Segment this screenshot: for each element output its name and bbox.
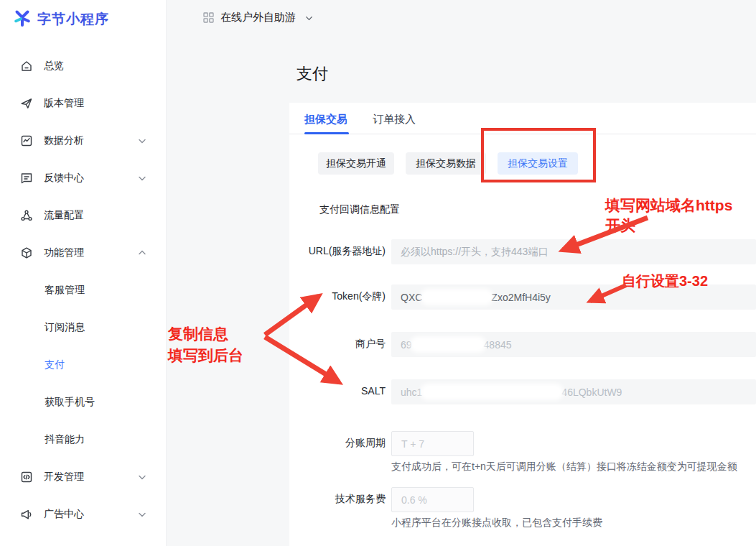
bytedance-miniprogram-logo-icon bbox=[13, 9, 32, 30]
merchant-id-input[interactable]: 69 48845 bbox=[391, 332, 756, 357]
share-nodes-icon bbox=[20, 209, 33, 222]
sidebar-item-label: 功能管理 bbox=[44, 246, 84, 259]
redaction-blur bbox=[420, 384, 564, 400]
annotation-token-note: 自行设置3-32 bbox=[622, 271, 708, 291]
salt-value-end: 46LQbkUtW9 bbox=[561, 387, 622, 398]
service-fee-input[interactable]: 0.6 % bbox=[391, 487, 474, 512]
sidebar-item-version[interactable]: 版本管理 bbox=[0, 85, 167, 122]
annotation-url-note-line1: 填写网站域名https bbox=[605, 195, 732, 216]
sidebar-item-subscribe-message[interactable]: 订阅消息 bbox=[0, 309, 167, 346]
merchant-id-value-end: 48845 bbox=[484, 339, 512, 351]
token-field-label: Token(令牌) bbox=[332, 290, 386, 303]
token-value-end: Zxo2MfH4i5y bbox=[491, 292, 550, 303]
chevron-down-icon bbox=[304, 13, 314, 22]
code-icon bbox=[20, 471, 33, 483]
brand-name: 字节小程序 bbox=[37, 10, 109, 29]
sidebar-item-label: 反馈中心 bbox=[44, 172, 84, 185]
payment-settings-page: 字节小程序 总览 版本管理 数据分析 bbox=[0, 0, 756, 546]
comment-icon bbox=[20, 172, 33, 185]
merchant-id-field-label: 商户号 bbox=[355, 338, 386, 351]
sidebar-item-douyin-capability[interactable]: 抖音能力 bbox=[0, 421, 167, 458]
service-fee-label: 技术服务费 bbox=[335, 493, 386, 506]
page-title: 支付 bbox=[297, 63, 328, 85]
annotation-copy-note: 复制信息 填写到后台 bbox=[168, 323, 243, 366]
annotation-copy-note-line1: 复制信息 bbox=[168, 323, 243, 345]
sidebar-item-label: 订阅消息 bbox=[45, 321, 85, 334]
salt-input[interactable]: uhc1 46LQbkUtW9 bbox=[391, 379, 756, 404]
paper-plane-icon bbox=[20, 97, 33, 110]
annotation-url-note: 填写网站域名https 开头 bbox=[605, 195, 732, 236]
sidebar-item-payment[interactable]: 支付 bbox=[0, 346, 167, 384]
sidebar-item-get-phone-number[interactable]: 获取手机号 bbox=[0, 384, 167, 421]
sidebar-item-development[interactable]: 开发管理 bbox=[0, 458, 167, 496]
chevron-down-icon bbox=[137, 173, 147, 183]
sidebar-item-features[interactable]: 功能管理 bbox=[0, 234, 167, 272]
annotation-url-note-line2: 开头 bbox=[605, 216, 732, 236]
app-switcher[interactable]: 在线户外自助游 bbox=[167, 0, 314, 34]
sidebar-item-label: 获取手机号 bbox=[45, 396, 95, 409]
chevron-up-icon bbox=[137, 248, 147, 258]
chart-icon bbox=[20, 134, 33, 147]
sidebar-item-feedback[interactable]: 反馈中心 bbox=[0, 159, 167, 197]
active-tab-underline bbox=[304, 132, 349, 134]
sidebar-item-traffic[interactable]: 流量配置 bbox=[0, 197, 167, 234]
sidebar-item-label: 流量配置 bbox=[44, 209, 84, 222]
guaranteed-transaction-data-button[interactable]: 担保交易数据 bbox=[406, 152, 486, 175]
service-fee-help: 小程序平台在分账接点收取，已包含支付手续费 bbox=[391, 517, 602, 529]
grid-icon bbox=[203, 12, 214, 23]
brand-logo[interactable]: 字节小程序 bbox=[13, 9, 109, 30]
sidebar-item-overview[interactable]: 总览 bbox=[0, 47, 167, 85]
sidebar-item-analytics[interactable]: 数据分析 bbox=[0, 122, 167, 159]
annotation-highlight-box bbox=[481, 128, 596, 182]
sidebar: 字节小程序 总览 版本管理 数据分析 bbox=[0, 0, 167, 546]
sidebar-item-ad-center[interactable]: 广告中心 bbox=[0, 496, 167, 533]
sidebar-item-customer-service[interactable]: 客服管理 bbox=[0, 272, 167, 309]
tab-guaranteed-transaction[interactable]: 担保交易 bbox=[304, 113, 347, 126]
settlement-cycle-input[interactable]: T + 7 bbox=[391, 431, 474, 456]
redaction-blur bbox=[410, 336, 486, 353]
settlement-cycle-help: 支付成功后，可在t+n天后可调用分账（结算）接口将冻结金额变为可提现金额 bbox=[391, 461, 737, 473]
home-icon bbox=[20, 60, 33, 73]
settlement-cycle-value: T + 7 bbox=[401, 438, 424, 450]
salt-field-label: SALT bbox=[361, 385, 386, 397]
sidebar-item-label: 广告中心 bbox=[44, 508, 84, 521]
sidebar-item-label: 客服管理 bbox=[45, 284, 85, 297]
sidebar-item-label: 总览 bbox=[44, 60, 64, 73]
sidebar-item-label: 支付 bbox=[45, 358, 65, 371]
chevron-down-icon bbox=[137, 136, 147, 146]
sidebar-item-label: 开发管理 bbox=[44, 471, 84, 483]
url-input[interactable]: 必须以https://开头，支持443端口 bbox=[391, 239, 756, 264]
megaphone-icon bbox=[20, 508, 33, 521]
tab-order-access[interactable]: 订单接入 bbox=[373, 113, 416, 126]
chevron-down-icon bbox=[137, 472, 147, 482]
sidebar-item-label: 版本管理 bbox=[44, 97, 84, 110]
current-app-name: 在线户外自助游 bbox=[220, 11, 296, 24]
service-fee-value: 0.6 % bbox=[401, 494, 427, 506]
url-field-label: URL(服务器地址) bbox=[309, 245, 386, 258]
sidebar-item-label: 抖音能力 bbox=[45, 433, 85, 446]
url-placeholder: 必须以https://开头，支持443端口 bbox=[401, 246, 548, 259]
annotation-copy-note-line2: 填写到后台 bbox=[168, 345, 243, 366]
token-value-start: QXC bbox=[401, 292, 422, 303]
sidebar-item-label: 数据分析 bbox=[44, 134, 84, 147]
salt-value-start: uhc1 bbox=[401, 387, 422, 398]
settlement-cycle-label: 分账周期 bbox=[345, 437, 386, 450]
cube-icon bbox=[20, 246, 33, 259]
callback-config-section-title: 支付回调信息配置 bbox=[319, 203, 400, 216]
guaranteed-transaction-open-button[interactable]: 担保交易开通 bbox=[318, 152, 394, 175]
redaction-blur bbox=[420, 289, 493, 305]
chevron-down-icon bbox=[137, 509, 147, 519]
